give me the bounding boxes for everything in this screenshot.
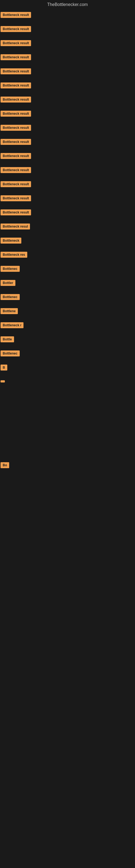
bottleneck-row-23: Bottleneck r [0,321,135,335]
bottleneck-badge-6: Bottleneck result [1,83,31,88]
bottleneck-row-25: Bottlenec [0,349,135,363]
bottleneck-badge-12: Bottleneck result [1,167,31,173]
bottleneck-row-12: Bottleneck result [0,165,135,180]
bottleneck-row-4: Bottleneck result [0,53,135,67]
bottleneck-row-27 [0,377,135,389]
bottleneck-badge-5: Bottleneck result [1,68,31,74]
bottleneck-badge-20: Bottler [1,280,15,286]
bottleneck-badge-2: Bottleneck result [1,26,31,32]
bottleneck-spacer-32 [0,475,135,499]
bottleneck-container: Bottleneck resultBottleneck resultBottle… [0,10,135,570]
bottleneck-badge-14: Bottleneck result [1,195,31,201]
bottleneck-spacer-28 [0,389,135,413]
bottleneck-row-8: Bottleneck result [0,109,135,123]
bottleneck-badge-8: Bottleneck result [1,111,31,117]
page-wrapper: TheBottlenecker.com Bottleneck resultBot… [0,0,135,570]
bottleneck-row-18: Bottleneck res [0,250,135,264]
bottleneck-row-3: Bottleneck result [0,38,135,53]
bottleneck-spacer-34 [0,522,135,546]
bottleneck-badge-18: Bottleneck res [1,252,27,258]
bottleneck-badge-16: Bottleneck resul [1,223,30,229]
bottleneck-badge-31: Bo [1,462,9,468]
bottleneck-badge-9: Bottleneck result [1,125,31,131]
bottleneck-badge-13: Bottleneck result [1,181,31,187]
bottleneck-badge-27 [1,380,5,382]
bottleneck-row-24: Bottle [0,335,135,349]
bottleneck-row-5: Bottleneck result [0,67,135,81]
bottleneck-badge-25: Bottlenec [1,350,20,356]
bottleneck-badge-17: Bottleneck [1,238,21,244]
bottleneck-row-17: Bottleneck [0,236,135,250]
bottleneck-spacer-33 [0,499,135,522]
bottleneck-badge-26: B [1,365,7,371]
bottleneck-row-11: Bottleneck result [0,151,135,165]
bottleneck-badge-21: Bottlenec [1,294,20,300]
bottleneck-row-31: Bo [0,461,135,475]
bottleneck-badge-24: Bottle [1,336,14,342]
bottleneck-row-13: Bottleneck result [0,180,135,194]
bottleneck-spacer-35 [0,546,135,570]
bottleneck-badge-10: Bottleneck result [1,139,31,145]
bottleneck-row-7: Bottleneck result [0,95,135,109]
bottleneck-row-2: Bottleneck result [0,24,135,38]
bottleneck-spacer-29 [0,413,135,437]
bottleneck-badge-4: Bottleneck result [1,54,31,60]
bottleneck-row-9: Bottleneck result [0,123,135,137]
bottleneck-row-6: Bottleneck result [0,81,135,95]
bottleneck-row-15: Bottleneck result [0,208,135,222]
bottleneck-badge-3: Bottleneck result [1,40,31,46]
bottleneck-badge-23: Bottleneck r [1,322,24,328]
bottleneck-spacer-30 [0,437,135,461]
bottleneck-badge-15: Bottleneck result [1,209,31,215]
site-title: TheBottlenecker.com [0,0,135,10]
bottleneck-row-14: Bottleneck result [0,194,135,208]
bottleneck-row-16: Bottleneck resul [0,222,135,236]
bottleneck-row-21: Bottlenec [0,292,135,307]
bottleneck-row-10: Bottleneck result [0,137,135,151]
bottleneck-row-26: B [0,363,135,377]
bottleneck-badge-1: Bottleneck result [1,12,31,18]
bottleneck-badge-19: Bottlenec [1,266,20,272]
bottleneck-badge-11: Bottleneck result [1,153,31,159]
bottleneck-row-22: Bottlene [0,307,135,321]
bottleneck-row-1: Bottleneck result [0,10,135,24]
bottleneck-row-20: Bottler [0,278,135,292]
bottleneck-badge-7: Bottleneck result [1,97,31,102]
bottleneck-row-19: Bottlenec [0,264,135,278]
bottleneck-badge-22: Bottlene [1,308,18,314]
